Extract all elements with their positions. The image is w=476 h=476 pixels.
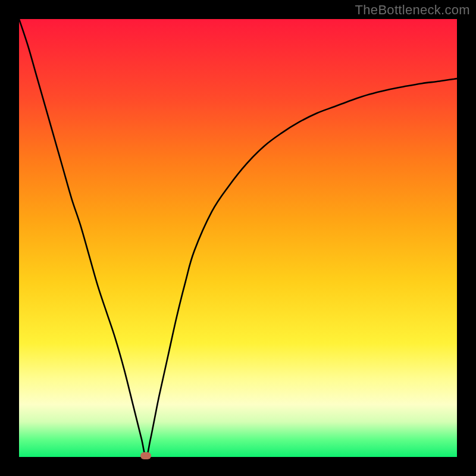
bottleneck-curve [19, 19, 457, 457]
watermark-text: TheBottleneck.com [355, 2, 470, 18]
plot-area [19, 19, 457, 457]
minimum-marker [140, 452, 151, 459]
chart-frame: TheBottleneck.com [0, 0, 476, 476]
